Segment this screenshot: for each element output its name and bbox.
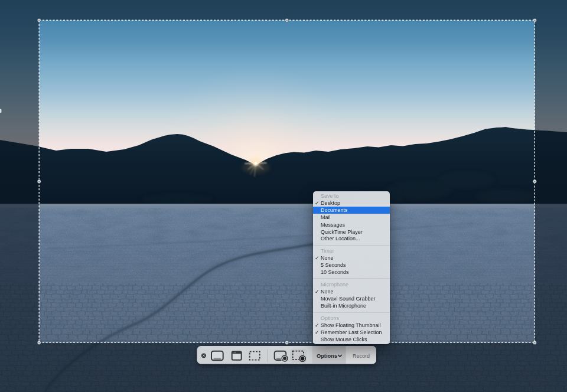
svg-text:Options: Options xyxy=(317,353,337,359)
svg-text:Record: Record xyxy=(353,353,370,359)
